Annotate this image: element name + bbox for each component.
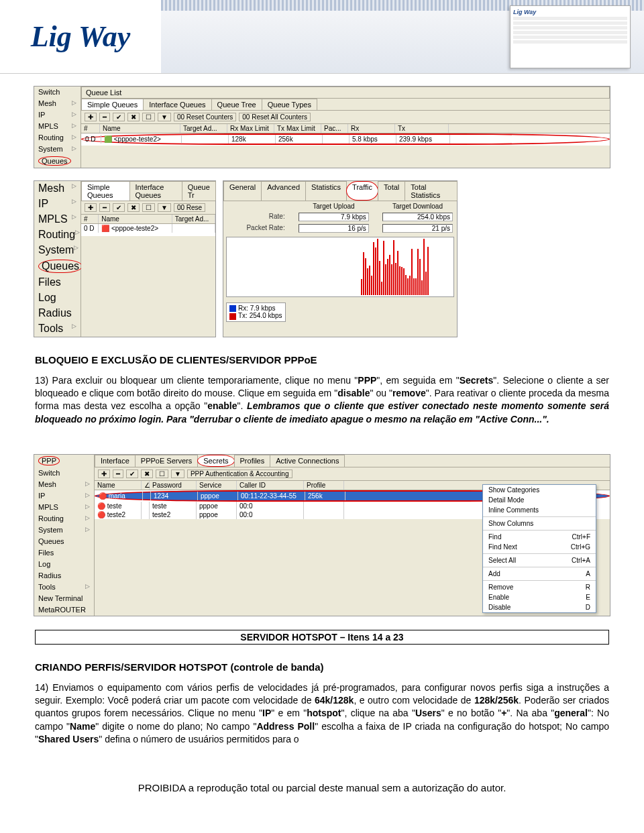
toolbar-button[interactable]: ━ [113, 469, 123, 478]
side-menu-item[interactable]: IP▷ [34, 490, 94, 502]
side-menu-item[interactable]: Mesh▷ [34, 98, 80, 109]
toolbar-3: ✚━✔✖☐▼PPP Authentication & Accounting [95, 467, 610, 481]
tabs-2-right: GeneralAdvancedStatisticsTrafficTotalTot… [223, 181, 457, 201]
toolbar-button[interactable]: 00 Reset All Counters [239, 113, 311, 121]
toolbar-button[interactable]: ✚ [98, 469, 110, 478]
context-menu-item[interactable]: Inline Comments [483, 505, 596, 515]
tab[interactable]: Queue Tree [211, 99, 262, 110]
toolbar-button[interactable]: ✖ [127, 203, 140, 212]
toolbar-button[interactable]: ✔ [113, 203, 125, 212]
toolbar-button[interactable]: ☐ [156, 469, 168, 478]
tab[interactable]: General [223, 181, 262, 201]
legend: Rx: 7.9 kbps Tx: 254.0 kbps [226, 302, 286, 322]
table-row[interactable]: 0 D🟥 <pppoe-teste2> [81, 224, 215, 233]
tab[interactable]: Advanced [261, 181, 306, 201]
side-menu-item[interactable]: Routing▷ [34, 227, 80, 243]
toolbar-button[interactable]: ✔ [113, 113, 125, 121]
side-menu-item[interactable]: MPLS▷ [34, 502, 94, 513]
tab[interactable]: PPPoE Servers [135, 455, 198, 467]
side-menu-item[interactable]: Files [34, 275, 80, 290]
side-menu-item[interactable]: Queues [34, 536, 94, 547]
rate-down: 254.0 kbps [382, 213, 453, 221]
packet-down: 21 p/s [382, 224, 453, 233]
toolbar-button[interactable]: ▼ [158, 203, 171, 212]
tab[interactable]: Simple Queues [81, 99, 144, 110]
tab[interactable]: Interface Queues [129, 181, 182, 201]
toolbar-button[interactable]: ✖ [141, 469, 153, 478]
side-menu-item[interactable]: New Terminal [34, 593, 94, 604]
tab[interactable]: Statistics [305, 181, 347, 201]
side-menu-item[interactable]: Mesh▷ [34, 181, 80, 197]
side-menu-item[interactable]: Routing▷ [34, 132, 80, 144]
side-menu-item[interactable]: MPLS▷ [34, 212, 80, 227]
toolbar-button[interactable]: ━ [99, 113, 110, 121]
toolbar-2: ✚━✔✖☐▼00 Rese [81, 201, 215, 215]
context-menu-item[interactable]: FindCtrl+F [483, 532, 596, 542]
side-menu-item[interactable]: Tools▷ [34, 321, 80, 337]
toolbar-button[interactable]: ✔ [126, 469, 138, 478]
toolbar-button[interactable]: ✖ [127, 113, 140, 121]
side-menu-item[interactable]: Radius [34, 306, 80, 321]
toolbar-button[interactable]: ✚ [85, 203, 97, 212]
side-menu-item[interactable]: Radius [34, 570, 94, 581]
side-menu-item[interactable]: Queues [34, 155, 80, 168]
tab[interactable]: Profiles [234, 455, 271, 467]
side-menu-item[interactable]: Log [34, 290, 80, 306]
tab[interactable]: Simple Queues [81, 181, 130, 201]
context-menu-item[interactable]: EnableE [483, 592, 596, 602]
tab[interactable]: Interface Queues [143, 99, 211, 110]
side-menu-item[interactable]: Routing▷ [34, 513, 94, 524]
toolbar-button[interactable]: ☐ [142, 113, 155, 121]
context-menu-item[interactable]: Find NextCtrl+G [483, 542, 596, 552]
toolbar-button[interactable]: ▼ [158, 113, 171, 121]
context-menu[interactable]: Show CategoriesDetail ModeInline Comment… [482, 484, 596, 613]
side-menu-item[interactable]: Queues [34, 258, 80, 275]
toolbar-button[interactable]: 00 Reset Counters [174, 113, 236, 121]
toolbar-button[interactable]: ✚ [85, 113, 97, 121]
toolbar-button[interactable]: 00 Rese [174, 203, 205, 212]
side-menu-item[interactable]: MetaROUTER [34, 604, 94, 616]
side-menu-item[interactable]: Mesh▷ [34, 479, 94, 490]
context-menu-item[interactable]: Select AllCtrl+A [483, 555, 596, 565]
side-menu-item[interactable]: MPLS▷ [34, 121, 80, 132]
heading-14: CRIANDO PERFIS/SERVIDOR HOTSPOT (control… [35, 661, 609, 675]
tab[interactable]: Queue Types [262, 99, 317, 110]
tab[interactable]: Active Connections [270, 455, 345, 467]
heading-13: BLOQUEIO E EXCLUSÃO DE CLIENTES/SERVIDOR… [35, 353, 609, 368]
side-menu-item[interactable]: Switch [34, 467, 94, 479]
section-13: BLOQUEIO E EXCLUSÃO DE CLIENTES/SERVIDOR… [0, 347, 644, 442]
tab[interactable]: Total [378, 181, 405, 201]
side-menu-item[interactable]: System▷ [34, 144, 80, 155]
side-menu-item[interactable]: Log [34, 559, 94, 570]
side-menu-item[interactable]: Switch [34, 87, 80, 98]
side-menu-item[interactable]: Tools▷ [34, 581, 94, 593]
screenshot-secrets: PPPSwitchMesh▷IP▷MPLS▷Routing▷System▷Que… [34, 454, 610, 616]
context-menu-item[interactable]: AddA [483, 569, 596, 579]
side-menu-item[interactable]: System▷ [34, 243, 80, 258]
side-menu-item[interactable]: PPP [34, 455, 94, 467]
context-menu-item[interactable]: RemoveR [483, 582, 596, 592]
tab[interactable]: Total Statistics [405, 181, 458, 201]
toolbar-button[interactable]: PPP Authentication & Accounting [187, 469, 292, 478]
tab[interactable]: Secrets [197, 455, 234, 467]
context-menu-item[interactable]: DisableD [483, 602, 596, 612]
logo-text: Lig Way [31, 20, 131, 53]
side-menu-item[interactable]: System▷ [34, 524, 94, 536]
side-menu-item[interactable]: Files [34, 547, 94, 559]
mini-page: Lig Way [510, 5, 631, 68]
toolbar-button[interactable]: ☐ [142, 203, 155, 212]
side-menu-item[interactable]: IP▷ [34, 197, 80, 212]
table-row[interactable]: 0 D🟩 <pppoe-teste2>128k256k5.8 kbps239.9… [81, 133, 610, 145]
context-menu-item[interactable]: Detail Mode [483, 495, 596, 505]
tab[interactable]: Traffic [346, 181, 378, 201]
tab[interactable]: Queue Tr [182, 181, 216, 201]
section-14: CRIANDO PERFIS/SERVIDOR HOTSPOT (control… [0, 654, 644, 762]
toolbar-button[interactable]: ━ [99, 203, 110, 212]
tab[interactable]: Interface [95, 455, 136, 467]
context-menu-item[interactable]: Show Categories [483, 485, 596, 495]
rate-label: Rate: [227, 213, 285, 221]
toolbar-button[interactable]: ▼ [171, 469, 184, 478]
side-menu-item[interactable]: IP▷ [34, 109, 80, 121]
context-menu-item[interactable]: Show Columns [483, 518, 596, 529]
traffic-graph [226, 237, 454, 297]
